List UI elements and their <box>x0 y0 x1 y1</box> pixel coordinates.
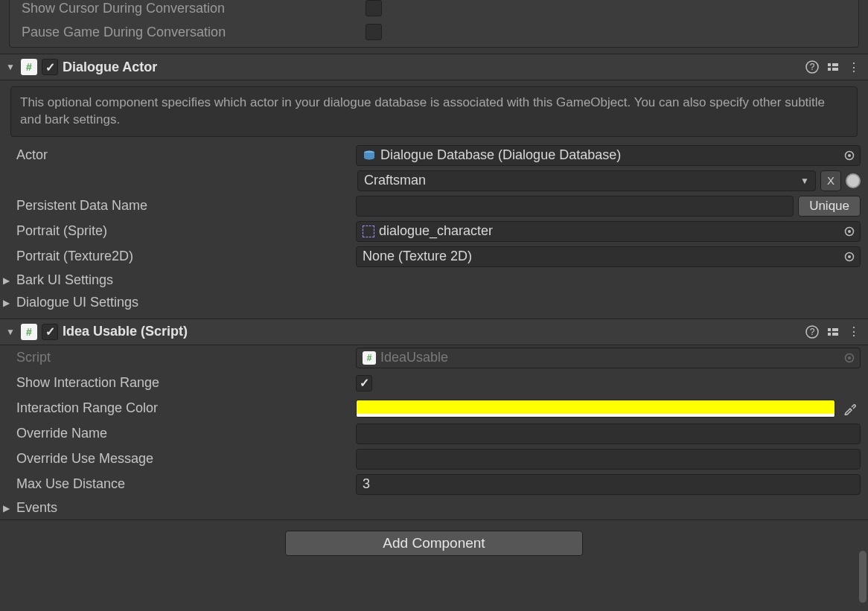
preset-icon[interactable] <box>825 59 841 75</box>
svg-point-8 <box>848 154 851 157</box>
actor-dropdown[interactable]: Craftsman ▼ <box>357 170 816 191</box>
actor-dropdown-value: Craftsman <box>364 173 426 188</box>
bark-ui-foldout[interactable]: ▶ Bark UI Settings <box>0 269 868 292</box>
persistent-row: Persistent Data Name Unique <box>0 193 868 219</box>
svg-rect-18 <box>832 333 838 336</box>
max-use-input[interactable] <box>356 474 861 495</box>
override-use-field[interactable] <box>363 451 854 467</box>
max-use-row: Max Use Distance <box>0 472 868 497</box>
vertical-scrollbar[interactable] <box>859 551 867 603</box>
object-picker-icon[interactable] <box>842 148 857 163</box>
dialogue-actor-title: Dialogue Actor <box>63 60 800 75</box>
show-cursor-checkbox[interactable] <box>366 0 382 16</box>
range-color-field[interactable] <box>356 400 835 418</box>
override-name-row: Override Name <box>0 421 868 447</box>
idea-usable-header[interactable]: ▼ # Idea Usable (Script) ? ⋮ <box>0 319 868 345</box>
portrait-sprite-row: Portrait (Sprite) dialogue_character <box>0 219 868 244</box>
script-icon: # <box>363 351 376 365</box>
dialogue-actor-help: This optional component specifies which … <box>10 86 858 137</box>
svg-rect-3 <box>828 68 831 71</box>
chevron-right-icon: ▶ <box>3 275 13 286</box>
script-field: # IdeaUsable <box>356 348 861 368</box>
persistent-input[interactable] <box>356 196 794 217</box>
override-use-input[interactable] <box>356 449 861 470</box>
actor-radio-toggle[interactable] <box>846 173 861 188</box>
idea-usable-enable-checkbox[interactable] <box>42 324 58 340</box>
events-foldout[interactable]: ▶ Events <box>0 497 868 519</box>
bark-ui-label: Bark UI Settings <box>16 272 113 288</box>
svg-rect-15 <box>828 328 831 331</box>
svg-rect-16 <box>828 333 831 336</box>
script-icon: # <box>21 59 37 75</box>
database-icon <box>363 150 376 161</box>
pause-game-label: Pause Game During Conversation <box>16 25 366 40</box>
svg-text:?: ? <box>810 327 815 337</box>
foldout-toggle[interactable]: ▼ <box>6 327 16 337</box>
svg-rect-4 <box>832 63 838 66</box>
pause-game-checkbox[interactable] <box>366 24 382 40</box>
object-picker-icon[interactable] <box>842 224 857 239</box>
menu-icon[interactable]: ⋮ <box>846 324 862 340</box>
override-name-input[interactable] <box>356 423 861 444</box>
preset-icon[interactable] <box>825 324 841 340</box>
portrait-texture-label: Portrait (Texture2D) <box>7 249 356 264</box>
override-name-field[interactable] <box>363 426 854 441</box>
script-label: Script <box>7 350 356 365</box>
svg-point-12 <box>848 255 851 258</box>
dialogue-actor-enable-checkbox[interactable] <box>42 59 58 75</box>
max-use-label: Max Use Distance <box>7 476 356 492</box>
pause-game-row: Pause Game During Conversation <box>10 20 858 44</box>
svg-point-10 <box>848 230 851 233</box>
dialogue-ui-label: Dialogue UI Settings <box>16 295 138 310</box>
chevron-right-icon: ▶ <box>3 298 13 308</box>
chevron-down-icon: ▼ <box>800 176 809 186</box>
foldout-toggle[interactable]: ▼ <box>6 62 16 72</box>
object-picker-icon <box>842 351 857 365</box>
chevron-right-icon: ▶ <box>3 503 13 514</box>
show-cursor-label: Show Cursor During Conversation <box>16 1 366 16</box>
help-icon[interactable]: ? <box>804 59 820 75</box>
portrait-texture-row: Portrait (Texture2D) None (Texture 2D) <box>0 244 868 269</box>
script-value: IdeaUsable <box>380 350 448 365</box>
top-settings-panel: Show Cursor During Conversation Pause Ga… <box>9 0 859 48</box>
color-alpha-bar <box>357 414 835 417</box>
add-component-button[interactable]: Add Component <box>285 531 583 556</box>
script-row: Script # IdeaUsable <box>0 345 868 371</box>
sprite-icon <box>363 225 374 237</box>
svg-rect-5 <box>832 68 838 71</box>
portrait-texture-field[interactable]: None (Texture 2D) <box>356 246 861 267</box>
svg-text:?: ? <box>810 62 815 72</box>
actor-database-field[interactable]: Dialogue Database (Dialogue Database) <box>356 145 861 166</box>
persistent-input-field[interactable] <box>363 198 787 214</box>
dialogue-actor-header[interactable]: ▼ # Dialogue Actor ? ⋮ <box>0 54 868 80</box>
portrait-sprite-field[interactable]: dialogue_character <box>356 221 861 242</box>
help-icon[interactable]: ? <box>804 324 820 340</box>
override-use-label: Override Use Message <box>7 451 356 467</box>
persistent-label: Persistent Data Name <box>7 198 356 214</box>
actor-x-button[interactable]: X <box>820 170 841 191</box>
eyedropper-icon[interactable] <box>840 398 861 419</box>
max-use-field[interactable] <box>363 476 854 492</box>
add-component-bar: Add Component <box>0 519 868 571</box>
range-color-label: Interaction Range Color <box>7 400 356 416</box>
override-name-label: Override Name <box>7 426 356 441</box>
actor-label: Actor <box>7 147 356 163</box>
unique-button[interactable]: Unique <box>798 196 861 217</box>
svg-rect-17 <box>832 328 838 331</box>
object-picker-icon[interactable] <box>842 249 857 264</box>
show-range-label: Show Interaction Range <box>7 375 356 391</box>
actor-dropdown-row: Craftsman ▼ X <box>0 168 868 193</box>
dialogue-ui-foldout[interactable]: ▶ Dialogue UI Settings <box>0 292 868 314</box>
svg-rect-2 <box>828 63 831 66</box>
actor-database-value: Dialogue Database (Dialogue Database) <box>380 147 621 163</box>
menu-icon[interactable]: ⋮ <box>846 59 862 75</box>
script-icon: # <box>21 324 37 340</box>
show-range-checkbox[interactable] <box>356 375 372 391</box>
range-color-row: Interaction Range Color <box>0 396 868 421</box>
show-cursor-row: Show Cursor During Conversation <box>10 0 858 20</box>
portrait-sprite-label: Portrait (Sprite) <box>7 223 356 239</box>
override-use-row: Override Use Message <box>0 447 868 472</box>
actor-row: Actor Dialogue Database (Dialogue Databa… <box>0 143 868 168</box>
svg-point-20 <box>848 356 851 359</box>
events-label: Events <box>16 500 57 516</box>
